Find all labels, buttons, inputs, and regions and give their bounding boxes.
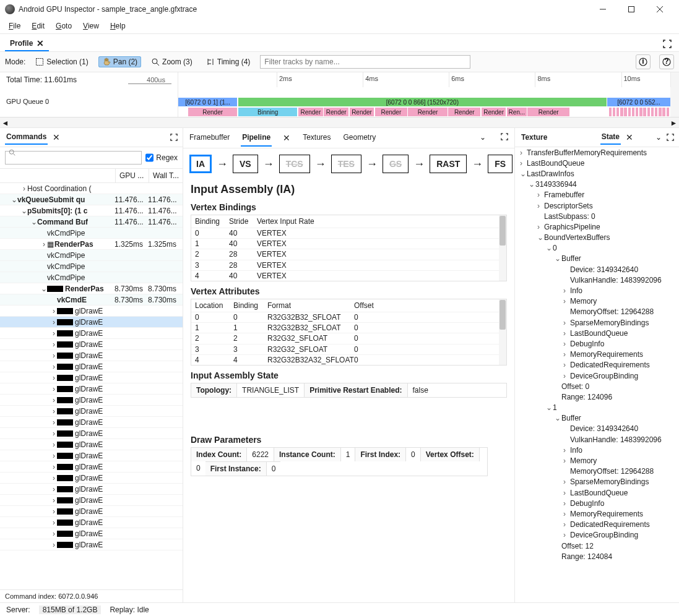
tree-item[interactable]: ›Memory	[515, 296, 679, 307]
tree-item[interactable]: ›Framebuffer	[515, 190, 679, 200]
expand-icon[interactable]	[500, 129, 509, 147]
table-row[interactable]: ›glDrawE	[0, 328, 183, 339]
tree-item[interactable]: ›Memory	[515, 455, 679, 466]
tree-item[interactable]: ›Info	[515, 285, 679, 296]
timeline-segment[interactable]: Render	[324, 108, 348, 116]
timeline-segment[interactable]: Binning	[238, 108, 297, 116]
timeline-segment[interactable]: Render	[527, 108, 569, 116]
menu-goto[interactable]: Goto	[51, 20, 77, 32]
gpu-subtrack[interactable]: RenderBinningRenderRenderRenderRenderRen…	[178, 107, 670, 117]
close-icon[interactable]: ✕	[53, 132, 60, 142]
fullscreen-icon[interactable]	[660, 37, 674, 51]
timeline-block[interactable]: [6072 0 0 552...	[607, 98, 670, 106]
tab-state[interactable]: State	[600, 130, 621, 145]
table-row[interactable]: vkCmdPipe	[0, 261, 183, 272]
tree-item[interactable]: ›GraphicsPipeline	[515, 221, 679, 232]
tree-item[interactable]: ›DebugInfo	[515, 338, 679, 349]
mode-selection[interactable]: Selection (1)	[32, 56, 92, 67]
tree-item[interactable]: ›DedicatedRequirements	[515, 360, 679, 370]
table-row[interactable]: ›glDrawE	[0, 428, 183, 439]
table-row[interactable]: ›glDrawE	[0, 372, 183, 383]
table-row[interactable]: ›glDrawE	[0, 395, 183, 406]
close-icon[interactable]: ✕	[37, 39, 44, 48]
tree-item[interactable]: ›DedicatedRequirements	[515, 520, 679, 530]
tree-item[interactable]: ⌄Buffer	[515, 254, 679, 264]
table-row[interactable]: ›glDrawE	[0, 350, 183, 361]
tab-texture[interactable]: Texture	[520, 130, 548, 144]
close-icon[interactable]: ✕	[282, 129, 292, 147]
gpu-queue-track[interactable]: [6072 0 0 1] (1... [6072 0 0 866] (1520x…	[178, 97, 670, 107]
tree-item[interactable]: ›MemoryRequirements	[515, 508, 679, 519]
tree-item[interactable]: ›LastBoundQueue	[515, 328, 679, 338]
mode-pan[interactable]: Pan (2)	[98, 56, 141, 67]
maximize-button[interactable]	[617, 0, 646, 19]
expand-icon[interactable]	[170, 134, 178, 141]
table-row[interactable]: ›▦RenderPas1.325ms1.325ms	[0, 239, 183, 250]
tree-item[interactable]: ›DeviceGroupBinding	[515, 370, 679, 381]
tree-item[interactable]: Offset: 0	[515, 381, 679, 391]
state-tree[interactable]: ›TransferBufferMemoryRequirements›LastBo…	[515, 147, 679, 602]
timeline-segment[interactable]: Render	[298, 108, 323, 116]
filter-input[interactable]	[260, 55, 470, 69]
commands-title[interactable]: Commands	[5, 130, 48, 145]
commands-tree[interactable]: ›Host Coordination (⌄vkQueueSubmit qu11.…	[0, 183, 183, 589]
gpu-queue-label[interactable]: GPU Queue 0	[0, 97, 178, 107]
table-row[interactable]: ›glDrawE	[0, 406, 183, 417]
table-row[interactable]: ›glDrawE	[0, 317, 183, 328]
col-gpu[interactable]: GPU ...	[116, 169, 149, 182]
timeline-block[interactable]: [6072 0 0 866] (1520x720)	[238, 98, 607, 106]
tree-item[interactable]: ›Info	[515, 445, 679, 455]
expand-icon[interactable]	[667, 134, 674, 141]
tree-item[interactable]: ⌄3149336944	[515, 179, 679, 190]
table-row[interactable]: ›glDrawE	[0, 461, 183, 473]
help-button[interactable]: ?	[659, 54, 674, 69]
stage-fs[interactable]: FS	[488, 155, 512, 173]
tree-item[interactable]: ⌄BoundVertexBuffers	[515, 233, 679, 243]
tab-profile[interactable]: Profile ✕	[5, 36, 49, 51]
tree-item[interactable]: LastSubpass: 0	[515, 211, 679, 221]
tree-item[interactable]: ›SparseMemoryBindings	[515, 317, 679, 328]
table-row[interactable]: vkCmdE8.730ms8.730ms	[0, 294, 183, 306]
tab-geometry[interactable]: Geometry	[342, 129, 378, 147]
timeline-block[interactable]: [6072 0 0 1] (1...	[178, 98, 237, 106]
tree-item[interactable]: ›LastBoundQueue	[515, 487, 679, 498]
menu-view[interactable]: View	[78, 20, 104, 32]
chevron-down-icon[interactable]: ⌄	[476, 129, 490, 147]
table-row[interactable]: ›glDrawE	[0, 383, 183, 395]
table-row[interactable]: ›Host Coordination (	[0, 183, 183, 194]
tree-item[interactable]: ›DeviceGroupBinding	[515, 530, 679, 541]
tree-item[interactable]: VulkanHandle: 1483992096	[515, 434, 679, 445]
table-row[interactable]: ›glDrawE	[0, 506, 183, 517]
tree-item[interactable]: Device: 3149342640	[515, 424, 679, 434]
tree-item[interactable]: ⌄0	[515, 243, 679, 254]
tab-pipeline[interactable]: Pipeline	[241, 129, 272, 147]
tree-item[interactable]: Device: 3149342640	[515, 264, 679, 275]
table-row[interactable]: vkCmdPipe	[0, 228, 183, 239]
tree-item[interactable]: Offset: 12	[515, 541, 679, 551]
tree-item[interactable]: VulkanHandle: 1483992096	[515, 275, 679, 285]
horizontal-scrollbar[interactable]: ◄►	[0, 117, 679, 127]
tree-item[interactable]: ›SparseMemoryBindings	[515, 477, 679, 487]
table-row[interactable]: ›glDrawE	[0, 484, 183, 495]
table-row[interactable]: ›glDrawE	[0, 339, 183, 350]
table-row[interactable]: ›glDrawE	[0, 361, 183, 372]
stage-tcs[interactable]: TCS	[279, 155, 310, 173]
menu-file[interactable]: File	[4, 20, 25, 32]
scrollbar[interactable]	[499, 299, 506, 365]
timeline-segment[interactable]: Render	[375, 108, 407, 116]
table-row[interactable]: ›glDrawE	[0, 539, 183, 550]
close-icon[interactable]: ✕	[626, 132, 633, 142]
menu-edit[interactable]: Edit	[27, 20, 50, 32]
timeline-segment[interactable]: Render	[408, 108, 448, 116]
tree-item[interactable]: ⌄LastDrawInfos	[515, 168, 679, 179]
tree-item[interactable]: Range: 124084	[515, 551, 679, 562]
time-axis[interactable]: 2ms4ms6ms8ms10ms	[178, 72, 670, 87]
table-row[interactable]: vkCmdPipe	[0, 250, 183, 261]
table-row[interactable]: ⌄Command Buf11.476...11.476...	[0, 216, 183, 228]
commands-search-input[interactable]	[5, 151, 142, 165]
chevron-down-icon[interactable]: ⌄	[655, 133, 662, 142]
timeline-segment[interactable]: Render	[188, 108, 238, 116]
table-row[interactable]: ›glDrawE	[0, 439, 183, 450]
table-row[interactable]: ›glDrawE	[0, 417, 183, 428]
tree-item[interactable]: MemoryOffset: 12964288	[515, 307, 679, 317]
